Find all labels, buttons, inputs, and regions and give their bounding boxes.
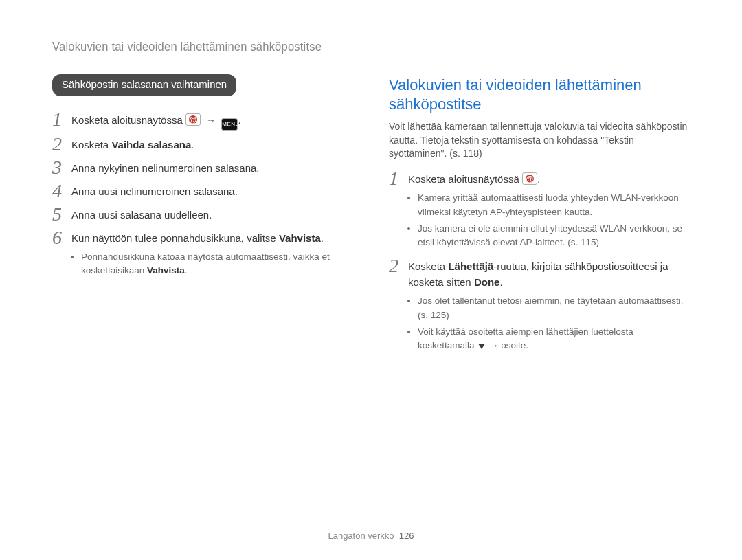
step-body: Kosketa Lähettäjä-ruutua, kirjoita sähkö… bbox=[408, 258, 690, 355]
left-step-1: 1 Kosketa aloitusnäytössä → MENU. bbox=[52, 111, 353, 131]
step-number: 6 bbox=[52, 228, 71, 247]
footer-page-number: 126 bbox=[399, 530, 414, 541]
triangle-down-icon bbox=[478, 344, 485, 349]
step-bold: Vaihda salasana bbox=[111, 139, 191, 150]
bullet-item: Voit käyttää osoitetta aiempien lähettäj… bbox=[418, 325, 690, 353]
step-body: Kun näyttöön tulee ponnahdusikkuna, vali… bbox=[71, 229, 353, 281]
step-text: Kosketa aloitusnäytössä bbox=[71, 114, 186, 126]
step-body: Kosketa aloitusnäytössä . Kamera yrittää… bbox=[408, 170, 690, 253]
left-step-6: 6 Kun näyttöön tulee ponnahdusikkuna, va… bbox=[52, 229, 353, 281]
step-body: Anna uusi nelinumeroinen salasana. bbox=[71, 183, 353, 200]
bullet-item: Jos kamera ei ole aiemmin ollut yhteydes… bbox=[418, 222, 690, 250]
subsection-pill: Sähköpostin salasanan vaihtaminen bbox=[52, 74, 236, 96]
step-text: Anna uusi nelinumeroinen salasana. bbox=[71, 186, 238, 197]
left-step-2: 2 Kosketa Vaihda salasana. bbox=[52, 136, 353, 154]
sub-bullets: Kamera yrittää automaattisesti luoda yht… bbox=[408, 191, 690, 249]
email-app-icon bbox=[522, 172, 537, 185]
step-number: 1 bbox=[389, 169, 408, 188]
footer-section: Langaton verkko bbox=[328, 530, 394, 541]
step-body: Kosketa Vaihda salasana. bbox=[71, 136, 353, 153]
section-title: Valokuvien tai videoiden lähettäminen sä… bbox=[389, 76, 690, 113]
step-number: 5 bbox=[52, 205, 71, 224]
left-step-5: 5 Anna uusi salasana uudelleen. bbox=[52, 206, 353, 224]
header-divider bbox=[52, 60, 690, 60]
step-text: Kosketa bbox=[71, 139, 111, 150]
step-text-after: . bbox=[321, 232, 324, 244]
page-footer: Langaton verkko 126 bbox=[0, 530, 742, 541]
step-body: Kosketa aloitusnäytössä → MENU. bbox=[71, 111, 353, 131]
step-text: Kosketa bbox=[408, 260, 448, 272]
step-text-after: . bbox=[499, 276, 502, 288]
step-bold: Lähettäjä bbox=[448, 260, 493, 272]
step-text: Kun näyttöön tulee ponnahdusikkuna, vali… bbox=[71, 232, 279, 244]
arrow-icon: → bbox=[206, 113, 216, 128]
step-body: Anna uusi salasana uudelleen. bbox=[71, 206, 353, 223]
step-bold2: Done bbox=[474, 276, 500, 288]
right-column: Valokuvien tai videoiden lähettäminen sä… bbox=[389, 74, 690, 361]
step-number: 3 bbox=[52, 158, 71, 177]
step-text-after: . bbox=[191, 139, 194, 150]
left-step-3: 3 Anna nykyinen nelinumeroinen salasana. bbox=[52, 159, 353, 177]
step-number: 1 bbox=[52, 110, 71, 129]
step-text: Anna uusi salasana uudelleen. bbox=[71, 209, 212, 221]
left-step-4: 4 Anna uusi nelinumeroinen salasana. bbox=[52, 183, 353, 201]
right-step-2: 2 Kosketa Lähettäjä-ruutua, kirjoita säh… bbox=[389, 258, 690, 355]
sub-bullets: Ponnahdusikkuna katoaa näytöstä automaat… bbox=[71, 250, 353, 278]
section-intro: Voit lähettää kameraan tallennettuja val… bbox=[389, 120, 690, 161]
left-column: Sähköpostin salasanan vaihtaminen 1 Kosk… bbox=[52, 74, 353, 361]
step-number: 2 bbox=[52, 135, 71, 154]
step-bold: Vahvista bbox=[279, 232, 321, 244]
step-text-after: . bbox=[537, 173, 540, 185]
step-text: Kosketa aloitusnäytössä bbox=[408, 173, 522, 185]
sub-bullets: Jos olet tallentanut tietosi aiemmin, ne… bbox=[408, 294, 690, 352]
step-number: 2 bbox=[389, 256, 408, 276]
page-header-title: Valokuvien tai videoiden lähettäminen sä… bbox=[52, 40, 639, 54]
step-text: Anna nykyinen nelinumeroinen salasana. bbox=[71, 162, 260, 174]
step-number: 4 bbox=[52, 181, 71, 201]
bullet-item: Ponnahdusikkuna katoaa näytöstä automaat… bbox=[81, 250, 353, 278]
email-app-icon bbox=[186, 113, 201, 126]
bullet-item: Jos olet tallentanut tietosi aiemmin, ne… bbox=[418, 294, 690, 322]
right-step-1: 1 Kosketa aloitusnäytössä . Kamera yritt… bbox=[389, 170, 690, 253]
step-body: Anna nykyinen nelinumeroinen salasana. bbox=[71, 159, 353, 177]
menu-icon: MENU bbox=[221, 118, 238, 131]
bullet-item: Kamera yrittää automaattisesti luoda yht… bbox=[418, 191, 690, 219]
